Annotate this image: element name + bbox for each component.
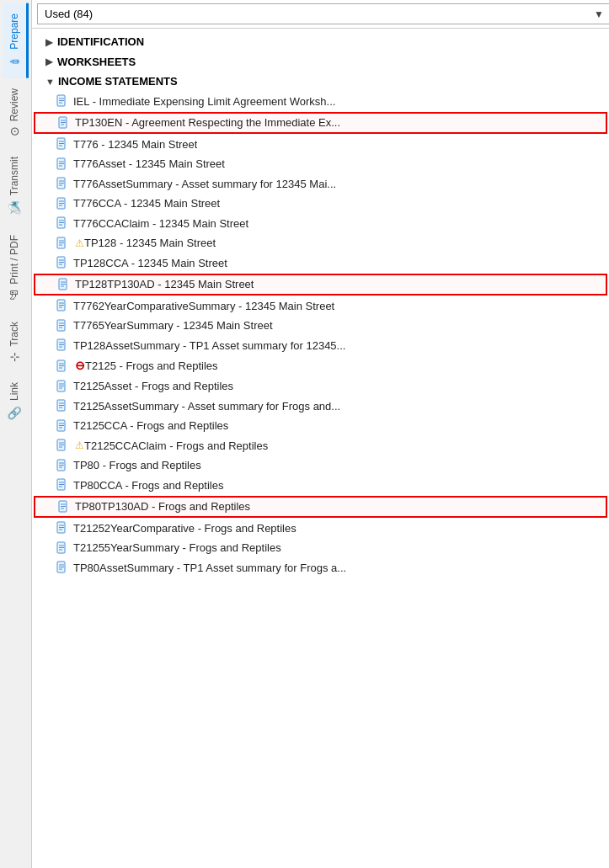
item-text-tp128: TP128 - 12345 Main Street	[84, 235, 216, 252]
doc-icon-t7765year	[56, 319, 69, 333]
tree-item-t21252year[interactable]: T21252YearComparative - Frogs and Reptil…	[32, 519, 609, 539]
doc-icon-t2125	[56, 359, 69, 373]
track-icon: ⊹	[8, 352, 21, 362]
item-text-t2125asset: T2125Asset - Frogs and Reptiles	[73, 378, 233, 395]
review-icon: ⊙	[8, 126, 21, 136]
tree-items-container: IEL - Immediate Expensing Limit Agreemen…	[32, 92, 609, 578]
tree-item-t2125asset[interactable]: T2125Asset - Frogs and Reptiles	[32, 376, 609, 397]
transmit-icon: 📡	[8, 200, 21, 215]
item-text-tp130en: TP130EN - Agreement Respecting the Immed…	[75, 114, 340, 131]
tree-item-tp130en[interactable]: TP130EN - Agreement Respecting the Immed…	[34, 112, 607, 134]
tree-item-tp128tp130ad[interactable]: TP128TP130AD - 12345 Main Street	[34, 274, 607, 296]
item-text-t2125assetsummary: T2125AssetSummary - Asset summary for Fr…	[73, 398, 340, 415]
doc-icon-tp128	[56, 237, 69, 250]
section-identification-label: IDENTIFICATION	[57, 34, 144, 51]
sidebar-tab-review-label: Review	[8, 88, 20, 121]
tree-item-tp80assetsummary[interactable]: TP80AssetSummary - TP1 Asset summary for…	[32, 558, 609, 578]
tree-item-iel[interactable]: IEL - Immediate Expensing Limit Agreemen…	[32, 92, 609, 112]
doc-icon-t21252year	[56, 521, 69, 535]
item-text-t21252year: T21252YearComparative - Frogs and Reptil…	[73, 520, 296, 537]
tree-item-t2125[interactable]: ⊖T2125 - Frogs and Reptiles	[32, 355, 609, 376]
sidebar-tab-prepare-label: Prepare	[8, 13, 20, 50]
tree-item-t776asset[interactable]: T776Asset - 12345 Main Street	[32, 154, 609, 174]
dropdown-bar: Used (84)AllUnused ▼	[32, 0, 609, 29]
prepare-icon: ✏	[8, 55, 21, 68]
tree-area: ▶ IDENTIFICATION ▶ WORKSHEETS ▼ INCOME S…	[32, 29, 609, 868]
expand-identification-icon: ▶	[45, 35, 54, 50]
tree-item-tp80cca[interactable]: TP80CCA - Frogs and Reptiles	[32, 476, 609, 496]
doc-icon-tp130en	[57, 116, 71, 130]
sidebar-tab-pdf[interactable]: 🖨 Print / PDF	[3, 225, 29, 312]
item-text-t776ccaclaim: T776CCAClaim - 12345 Main Street	[73, 216, 248, 232]
sidebar-tab-track[interactable]: ⊹ Track	[3, 312, 29, 372]
doc-icon-t776assetsummary	[56, 177, 69, 190]
tree-item-tp128cca[interactable]: TP128CCA - 12345 Main Street	[32, 253, 609, 274]
doc-icon-tp128cca	[56, 256, 69, 269]
item-text-t7765year: T7765YearSummary - 12345 Main Street	[73, 317, 273, 334]
tree-item-t776assetsummary[interactable]: T776AssetSummary - Asset summary for 123…	[32, 174, 609, 194]
tree-item-tp128[interactable]: ⚠TP128 - 12345 Main Street	[32, 233, 609, 253]
doc-icon-t776cca	[56, 197, 69, 210]
item-text-t2125ccaclaim: T2125CCAClaim - Frogs and Reptiles	[84, 438, 268, 455]
item-text-tp80: TP80 - Frogs and Reptiles	[73, 457, 201, 474]
doc-icon-t21255year	[56, 541, 69, 555]
item-text-tp128tp130ad: TP128TP130AD - 12345 Main Street	[75, 276, 254, 293]
doc-icon-t776	[56, 137, 69, 151]
main-content: Used (84)AllUnused ▼ ▶ IDENTIFICATION ▶ …	[32, 0, 609, 868]
doc-icon-tp128tp130ad	[57, 278, 71, 291]
doc-icon-tp80cca	[56, 478, 69, 492]
doc-icon-t2125cca	[56, 419, 69, 433]
section-worksheets-label: WORKSHEETS	[57, 54, 136, 71]
doc-icon-iel	[56, 94, 69, 108]
section-income-statements-label: INCOME STATEMENTS	[58, 73, 178, 90]
sidebar-tab-link-label: Link	[8, 382, 20, 401]
doc-icon-t2125asset	[56, 380, 69, 393]
expand-worksheets-icon: ▶	[45, 55, 54, 69]
item-text-t776asset: T776Asset - 12345 Main Street	[73, 156, 225, 173]
tree-item-t2125ccaclaim[interactable]: ⚠T2125CCAClaim - Frogs and Reptiles	[32, 436, 609, 456]
item-text-t21255year: T21255YearSummary - Frogs and Reptiles	[73, 540, 281, 556]
doc-icon-t776asset	[56, 157, 69, 171]
doc-icon-t2125assetsummary	[56, 399, 69, 413]
tree-item-t7765year[interactable]: T7765YearSummary - 12345 Main Street	[32, 316, 609, 336]
tree-item-t21255year[interactable]: T21255YearSummary - Frogs and Reptiles	[32, 538, 609, 558]
item-text-tp80tp130ad: TP80TP130AD - Frogs and Reptiles	[75, 498, 250, 515]
tree-item-t776ccaclaim[interactable]: T776CCAClaim - 12345 Main Street	[32, 214, 609, 234]
minus-icon-t2125: ⊖	[75, 357, 85, 375]
tree-item-t776[interactable]: T776 - 12345 Main Street	[32, 135, 609, 155]
item-text-t2125cca: T2125CCA - Frogs and Reptiles	[73, 418, 228, 434]
doc-icon-tp80assetsummary	[56, 561, 69, 574]
item-text-t776cca: T776CCA - 12345 Main Street	[73, 195, 220, 212]
tree-item-t7762year[interactable]: T7762YearComparativeSummary - 12345 Main…	[32, 296, 609, 317]
tree-item-tp80[interactable]: TP80 - Frogs and Reptiles	[32, 455, 609, 476]
section-income-statements[interactable]: ▼ INCOME STATEMENTS	[32, 72, 609, 92]
filter-dropdown[interactable]: Used (84)AllUnused	[37, 3, 609, 24]
sidebar-tab-link[interactable]: 🔗 Link	[3, 372, 29, 430]
sidebar-tab-pdf-label: Print / PDF	[8, 235, 20, 285]
tree-item-tp80tp130ad[interactable]: TP80TP130AD - Frogs and Reptiles	[34, 496, 607, 518]
item-text-t2125: T2125 - Frogs and Reptiles	[85, 358, 218, 375]
tree-item-t2125assetsummary[interactable]: T2125AssetSummary - Asset summary for Fr…	[32, 397, 609, 417]
warning-icon-tp128: ⚠	[75, 236, 84, 251]
doc-icon-tp80tp130ad	[57, 500, 71, 514]
doc-icon-t7762year	[56, 299, 69, 312]
warning-icon-t2125ccaclaim: ⚠	[75, 438, 84, 453]
sidebar-tab-transmit[interactable]: 📡 Transmit	[3, 146, 29, 225]
doc-icon-tp80	[56, 459, 69, 472]
doc-icon-tp128assetsummary	[56, 338, 69, 352]
tree-item-t776cca[interactable]: T776CCA - 12345 Main Street	[32, 194, 609, 214]
sidebar-tab-review[interactable]: ⊙ Review	[3, 78, 29, 146]
item-text-tp80cca: TP80CCA - Frogs and Reptiles	[73, 477, 223, 494]
tree-item-tp128assetsummary[interactable]: TP128AssetSummary - TP1 Asset summary fo…	[32, 336, 609, 356]
item-text-tp80assetsummary: TP80AssetSummary - TP1 Asset summary for…	[73, 560, 346, 577]
item-text-tp128assetsummary: TP128AssetSummary - TP1 Asset summary fo…	[73, 338, 345, 354]
expand-income-icon: ▼	[45, 75, 55, 89]
item-text-t776: T776 - 12345 Main Street	[73, 136, 197, 153]
section-identification[interactable]: ▶ IDENTIFICATION	[32, 32, 609, 52]
item-text-t7762year: T7762YearComparativeSummary - 12345 Main…	[73, 298, 334, 315]
sidebar-tab-prepare[interactable]: ✏ Prepare	[3, 3, 29, 78]
sidebar-tab-transmit-label: Transmit	[8, 157, 20, 195]
section-worksheets[interactable]: ▶ WORKSHEETS	[32, 52, 609, 72]
sidebar: ✏ Prepare ⊙ Review 📡 Transmit 🖨 Print / …	[0, 0, 32, 868]
tree-item-t2125cca[interactable]: T2125CCA - Frogs and Reptiles	[32, 416, 609, 436]
